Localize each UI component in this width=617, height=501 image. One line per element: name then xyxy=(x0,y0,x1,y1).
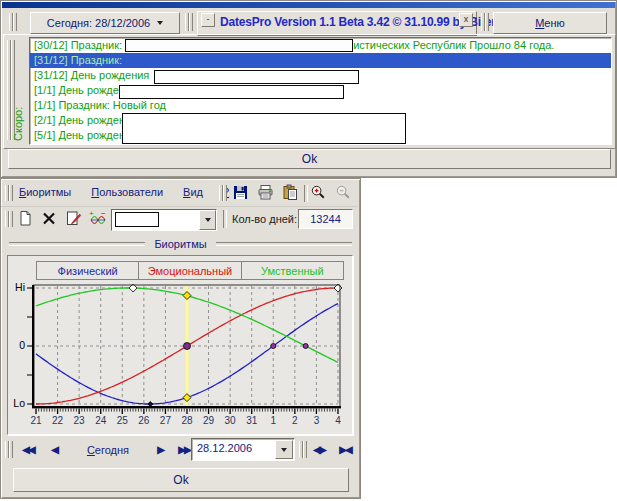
svg-text:26: 26 xyxy=(138,415,150,426)
svg-text:4: 4 xyxy=(335,415,341,426)
chevron-down-icon xyxy=(205,218,211,222)
menu-item-biorhythms[interactable]: Биоритмы xyxy=(19,186,71,198)
today-date-label: Сегодня: 28/12/2006 xyxy=(47,17,150,29)
delete-icon[interactable] xyxy=(41,210,59,227)
legend: ФизическийЭмоциональныйУмственный xyxy=(36,261,344,280)
svg-text:27: 27 xyxy=(160,415,172,426)
zoom-out-icon[interactable] xyxy=(335,184,353,201)
date-value: 28.12.2006 xyxy=(197,442,252,454)
toolbar-separator xyxy=(304,185,308,202)
svg-text:2: 2 xyxy=(292,415,298,426)
svg-text:0: 0 xyxy=(19,339,25,351)
today-button[interactable]: Сегодня xyxy=(67,440,149,459)
biorhythm-chart-panel: ФизическийЭмоциональныйУмственный 212223… xyxy=(7,255,353,435)
date-picker[interactable]: 28.12.2006 xyxy=(191,438,295,461)
save-icon[interactable] xyxy=(232,184,250,201)
svg-text:3: 3 xyxy=(314,415,320,426)
fast-back-button[interactable]: ◀◀ xyxy=(15,440,41,459)
biorhythm-icon[interactable]: +− xyxy=(89,210,107,227)
menu-item-view[interactable]: Вид xyxy=(183,186,203,198)
user-combobox[interactable] xyxy=(111,209,217,231)
svg-text:21: 21 xyxy=(30,415,42,426)
date-dropdown-button[interactable] xyxy=(275,440,293,459)
divider xyxy=(216,242,352,246)
redaction-box xyxy=(119,85,344,99)
menu-button[interactable]: Меню xyxy=(493,12,607,34)
back-button[interactable]: ◀ xyxy=(47,440,63,459)
biorhythm-plot: 21222324252627282930311234Hi0Lo xyxy=(8,281,352,433)
events-panel: Скоро: [30/12] Праздник: День образовани… xyxy=(3,34,616,149)
zoom-in-icon[interactable] xyxy=(310,184,328,201)
today-date-button[interactable]: Сегодня: 28/12/2006 xyxy=(30,12,180,34)
forward-button[interactable]: ▶ xyxy=(153,440,169,459)
svg-text:Lo: Lo xyxy=(13,397,25,409)
legend-physical[interactable]: Физический xyxy=(37,262,139,279)
soon-label: Скоро: xyxy=(12,71,24,141)
toolbar-grip[interactable] xyxy=(299,441,307,458)
event-row[interactable]: [1/1] Праздник: Новый год xyxy=(30,98,611,113)
legend-intellectual[interactable]: Умственный xyxy=(242,262,343,279)
toolbar-row: +− Кол-во дней: 13244 xyxy=(1,206,358,233)
divider xyxy=(9,242,145,246)
chevron-down-icon xyxy=(157,21,163,25)
toolbar-separator xyxy=(223,210,227,228)
title-panel: - DatesPro Version 1.1 Beta 3.42 © 31.10… xyxy=(197,11,477,36)
toolbar-grip[interactable] xyxy=(5,185,13,201)
toolbar-grip[interactable] xyxy=(481,13,489,31)
expand-range-button[interactable]: ◀▶ xyxy=(307,440,331,459)
window-top-strip xyxy=(2,2,615,8)
toolbar-grip[interactable] xyxy=(219,185,227,201)
app-title: DatesPro Version 1.1 Beta 3.42 © 31.10.9… xyxy=(220,15,496,29)
menubar: БиоритмыПользователиВид? xyxy=(19,186,249,198)
redaction-box xyxy=(122,113,406,144)
redaction-box xyxy=(115,212,159,227)
combo-dropdown-button[interactable] xyxy=(199,210,216,230)
legend-emotional[interactable]: Эмоциональный xyxy=(139,262,241,279)
close-button[interactable]: x xyxy=(459,13,473,27)
menubar-row: БиоритмыПользователиВид? xyxy=(1,182,358,205)
menu-button-label: М xyxy=(535,17,544,29)
svg-text:29: 29 xyxy=(203,415,215,426)
section-header: Биоритмы xyxy=(9,237,352,251)
days-count-label: Кол-во дней: xyxy=(232,213,297,225)
new-user-icon[interactable] xyxy=(17,210,35,227)
svg-text:22: 22 xyxy=(52,415,64,426)
svg-text:28: 28 xyxy=(181,415,193,426)
svg-text:Hi: Hi xyxy=(15,281,25,293)
ok-button-top[interactable]: Ok xyxy=(8,149,611,169)
toolbar-grip[interactable] xyxy=(185,13,193,31)
toolbar-grip[interactable] xyxy=(5,211,13,227)
print-icon[interactable] xyxy=(257,184,275,201)
chevron-down-icon xyxy=(281,448,287,452)
section-title: Биоритмы xyxy=(145,238,215,250)
datespro-window: Сегодня: 28/12/2006 - DatesPro Version 1… xyxy=(0,0,617,178)
days-count-value: 13244 xyxy=(298,209,353,229)
svg-text:1: 1 xyxy=(270,415,276,426)
ok-button-bio[interactable]: Ok xyxy=(13,468,349,492)
svg-text:24: 24 xyxy=(95,415,107,426)
minimize-button[interactable]: - xyxy=(201,13,215,27)
nav-row: ◀◀ ◀ Сегодня ▶ ▶▶ 28.12.2006 ◀▶ ▶◀ xyxy=(1,437,358,463)
event-row[interactable]: [30/12] Праздник: День образования Союза… xyxy=(30,38,611,53)
toolbar-grip[interactable] xyxy=(9,13,17,31)
event-row[interactable]: [31/12] Праздник: xyxy=(30,53,611,68)
redaction-box xyxy=(154,70,359,84)
collapse-range-button[interactable]: ▶◀ xyxy=(333,440,357,459)
svg-text:30: 30 xyxy=(225,415,237,426)
biorhythm-window: БиоритмыПользователиВид? +− xyxy=(0,178,361,499)
svg-text:31: 31 xyxy=(246,415,258,426)
paste-icon[interactable] xyxy=(282,184,300,201)
svg-text:23: 23 xyxy=(74,415,86,426)
edit-icon[interactable] xyxy=(65,210,83,227)
menu-item-users[interactable]: Пользователи xyxy=(91,186,163,198)
toolbar-grip[interactable] xyxy=(5,441,13,458)
svg-text:25: 25 xyxy=(117,415,129,426)
